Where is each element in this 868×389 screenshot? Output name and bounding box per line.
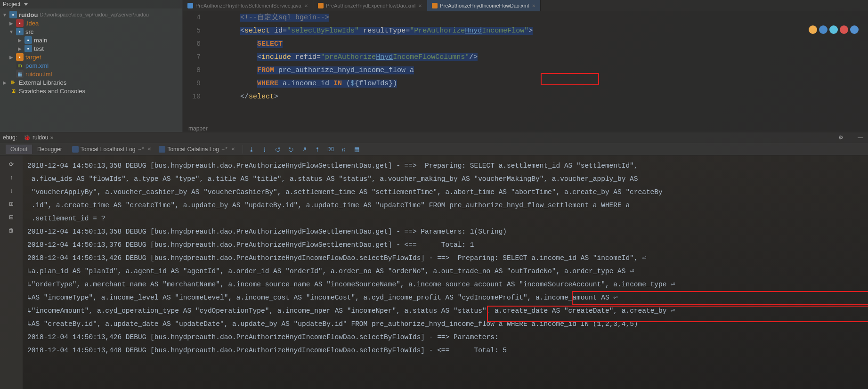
close-icon[interactable]: ✕ [304,3,308,8]
browser-icon[interactable] [819,25,827,34]
debug-action-icon[interactable]: ⭱ [313,145,322,154]
editor-tab[interactable]: PreAuthorizeHnydIncomeFlowDao.xml✕ [427,0,541,11]
code-body[interactable]: <!--自定义sql bgein--> <select id="selectBy… [206,11,868,125]
browser-icon[interactable] [840,25,848,34]
tree-item-icon: ▪ [16,28,24,35]
close-icon[interactable]: ✕ [532,3,535,8]
project-tool-window: Project ▼ ▪ ruidou D:\workspace\idea_wp\… [0,0,183,132]
tree-item[interactable]: ▶▪main [0,36,182,44]
tree-item[interactable]: ▶▪test [0,44,182,53]
tree-item-label: External Libraries [19,79,66,86]
tree-item[interactable]: ▶▪.idea [0,19,182,27]
debug-action-icon[interactable]: ⭮ [286,145,296,154]
debug-action-icon[interactable]: ⭭ [260,145,269,154]
gear-icon[interactable]: ⚙ [838,134,844,141]
project-title: Project [3,1,20,8]
tree-item-icon: ▪ [16,19,24,27]
debug-action-icon[interactable]: ⭳ [247,145,256,154]
tab-label: PreAuthorizeHnydExpendFlowDao.xml [326,3,415,8]
chevron-down-icon[interactable] [24,3,28,6]
close-icon[interactable]: ✕ [147,146,151,152]
expand-arrow-icon[interactable]: ▶ [17,46,23,51]
tree-item-label: test [34,45,44,52]
expand-arrow-icon[interactable]: ▶ [2,80,8,85]
console-output[interactable]: 2018-12-04 14:50:13,358 DEBUG [bus.hnydp… [23,155,868,389]
file-type-icon [187,3,193,8]
debug-label: ebug: [0,134,20,141]
line-gutter: 45678910 [183,11,206,125]
browser-icon[interactable] [850,25,859,34]
debug-action-icon[interactable]: ⌧ [326,145,335,154]
log-tab[interactable]: Tomcat Localhost Log→*✕ [68,146,155,153]
root-path: D:\workspace\idea_wp\ruidou_wp\server\ru… [40,12,149,17]
debug-toolbar: OutputDebugger Tomcat Localhost Log→*✕To… [0,143,868,155]
expand-arrow-icon[interactable]: ▼ [2,12,8,17]
project-root[interactable]: ▼ ▪ ruidou D:\workspace\idea_wp\ruidou_w… [0,10,182,19]
debug-subtab[interactable]: Debugger [32,145,67,154]
editor-tab[interactable]: PreAuthorizeHnydExpendFlowDao.xml✕ [313,0,427,11]
log-tab-label: Tomcat Localhost Log [81,146,136,153]
browser-icon[interactable] [829,25,838,34]
expand-arrow-icon[interactable]: ▶ [17,38,23,43]
editor-tab[interactable]: PreAuthorizeHnydFlowSettlementService.ja… [183,0,313,11]
console-side-toolbar: ⟳↑↓⊞⊟🗑 [0,155,23,389]
tree-item-icon: ▪ [24,45,32,52]
tree-item-icon: m [16,62,24,69]
folder-icon: ▪ [9,11,17,18]
tree-item[interactable]: ⊞Scratches and Consoles [0,87,182,95]
project-header[interactable]: Project [0,0,182,8]
close-icon[interactable]: ✕ [50,135,54,140]
close-icon[interactable]: ✕ [231,146,235,152]
console-side-button[interactable]: ⊞ [6,199,16,209]
browser-icon[interactable] [809,25,817,34]
server-icon [72,146,79,153]
separator [243,145,243,154]
debug-config-tab[interactable]: 🐞 ruidou ✕ [20,132,57,143]
console-area: ⟳↑↓⊞⊟🗑 2018-12-04 14:50:13,358 DEBUG [bu… [0,155,868,389]
server-icon [159,146,165,153]
editor-area: PreAuthorizeHnydFlowSettlementService.ja… [183,0,868,132]
close-icon[interactable]: ✕ [418,3,422,8]
tree-item-label: src [25,28,33,35]
expand-arrow-icon[interactable]: ▶ [8,55,14,60]
console-side-button[interactable]: ↑ [6,172,16,183]
file-type-icon [318,3,324,8]
tree-item-icon: ⊞ [9,87,17,95]
debug-subtab[interactable]: Output [6,145,32,154]
debug-action-icon[interactable]: ⎌ [339,145,349,154]
code-editor[interactable]: 45678910 <!--自定义sql bgein--> <select id=… [183,11,868,125]
breadcrumb[interactable]: mapper [183,125,868,132]
tree-item-label: Scratches and Consoles [19,88,85,95]
pin-icon[interactable]: →* [138,146,144,152]
tree-item[interactable]: ▶▪target [0,53,182,61]
console-side-button[interactable]: ⟳ [6,159,16,170]
console-side-button[interactable]: 🗑 [6,225,16,235]
pin-icon[interactable]: →* [221,146,227,152]
tree-item[interactable]: ▼▪src [0,27,182,36]
tree-item-label: main [34,37,47,44]
tab-label: PreAuthorizeHnydFlowSettlementService.ja… [195,3,301,8]
tree-item[interactable]: ▶⊪External Libraries [0,78,182,87]
debug-action-icon[interactable]: ⭯ [273,145,283,154]
expand-arrow-icon[interactable]: ▼ [8,29,14,34]
tree-item-icon: ▪ [24,36,32,44]
tree-item-label: ruidou.iml [25,71,52,78]
expand-arrow-icon[interactable]: ▶ [8,21,14,26]
tree-item-label: .idea [25,20,39,27]
tree-item[interactable]: mpom.xml [0,61,182,70]
debug-action-icon[interactable]: ▦ [352,145,362,154]
console-side-button[interactable]: ↓ [6,186,16,196]
project-tree: ▼ ▪ ruidou D:\workspace\idea_wp\ruidou_w… [0,8,182,97]
editor-tabs: PreAuthorizeHnydFlowSettlementService.ja… [183,0,868,11]
tree-item-label: pom.xml [25,62,49,69]
log-tab[interactable]: Tomcat Catalina Log→*✕ [155,146,238,153]
tree-item-icon: ▦ [16,70,24,78]
minimize-icon[interactable]: — [858,134,863,141]
console-side-button[interactable]: ⊟ [6,212,16,222]
tree-item[interactable]: ▦ruidou.iml [0,70,182,78]
debug-action-icon[interactable]: ⭷ [300,145,309,154]
debug-toolwindow-header: ebug: 🐞 ruidou ✕ ⚙ — [0,132,868,143]
root-name: ruidou [19,11,38,18]
tab-label: PreAuthorizeHnydIncomeFlowDao.xml [440,3,529,8]
bug-icon: 🐞 [24,134,31,141]
